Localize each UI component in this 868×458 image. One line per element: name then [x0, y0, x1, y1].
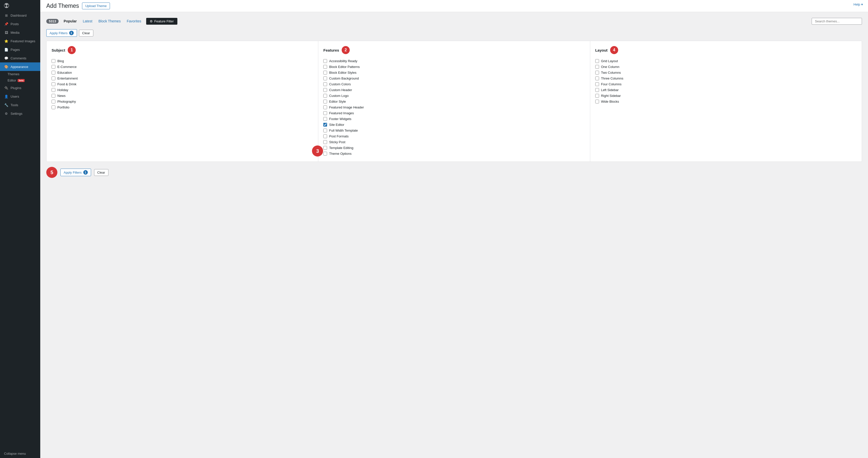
checkbox-two-columns[interactable] [595, 71, 599, 74]
checkbox-blog[interactable] [52, 59, 55, 63]
checkbox-ecommerce[interactable] [52, 65, 55, 69]
checkbox-label-news[interactable]: News [57, 94, 66, 98]
checkbox-photography[interactable] [52, 100, 55, 103]
tab-popular[interactable]: Popular [61, 17, 80, 25]
checkbox-template-editing[interactable] [323, 146, 327, 150]
checkbox-news[interactable] [52, 94, 55, 98]
checkbox-right-sidebar[interactable] [595, 94, 599, 98]
sidebar-item-plugins[interactable]: 🔌 Plugins [0, 84, 40, 92]
checkbox-item-blog: Blog [52, 58, 313, 64]
checkbox-label-left-sidebar[interactable]: Left Sidebar [601, 88, 619, 92]
checkbox-label-blog[interactable]: Blog [57, 59, 64, 63]
sidebar-item-featured-images[interactable]: ⭐ Featured Images [0, 37, 40, 45]
checkbox-editor-style[interactable] [323, 100, 327, 103]
checkbox-label-portfolio[interactable]: Portfolio [57, 105, 69, 109]
checkbox-label-site-editor[interactable]: Site Editor [329, 123, 344, 127]
checkbox-post-formats[interactable] [323, 134, 327, 138]
help-button[interactable]: Help ▾ [854, 2, 863, 6]
checkbox-footer-widgets[interactable] [323, 117, 327, 121]
checkbox-label-custom-colors[interactable]: Custom Colors [329, 82, 351, 86]
feature-filter-button[interactable]: ⚙ Feature Filter [146, 18, 177, 25]
checkbox-label-block-editor-patterns[interactable]: Block Editor Patterns [329, 65, 360, 69]
checkbox-site-editor[interactable] [323, 123, 327, 127]
checkbox-accessibility-ready[interactable] [323, 59, 327, 63]
tab-latest[interactable]: Latest [80, 17, 95, 25]
checkbox-holiday[interactable] [52, 88, 55, 92]
checkbox-label-four-columns[interactable]: Four Columns [601, 82, 622, 86]
checkbox-one-column[interactable] [595, 65, 599, 69]
checkbox-education[interactable] [52, 71, 55, 74]
checkbox-wide-blocks[interactable] [595, 100, 599, 103]
sidebar-item-dashboard[interactable]: ⊞ Dashboard [0, 11, 40, 20]
checkbox-label-editor-style[interactable]: Editor Style [329, 100, 346, 103]
checkbox-label-three-columns[interactable]: Three Columns [601, 77, 623, 80]
checkbox-item-custom-colors: Custom Colors [323, 81, 585, 87]
checkbox-left-sidebar[interactable] [595, 88, 599, 92]
checkbox-label-theme-options[interactable]: Theme Options [329, 152, 351, 155]
checkbox-full-width-template[interactable] [323, 129, 327, 132]
apply-filters-bottom-button[interactable]: Apply Filters 1 [60, 169, 91, 176]
filter-count-bottom: 1 [83, 170, 88, 175]
checkbox-four-columns[interactable] [595, 82, 599, 86]
settings-icon: ⚙ [4, 111, 8, 116]
checkbox-food-drink[interactable] [52, 82, 55, 86]
sidebar-item-posts[interactable]: 📌 Posts [0, 20, 40, 28]
checkbox-custom-colors[interactable] [323, 82, 327, 86]
checkbox-label-template-editing[interactable]: Template Editing [329, 146, 353, 150]
checkbox-portfolio[interactable] [52, 105, 55, 109]
checkbox-entertainment[interactable] [52, 77, 55, 80]
checkbox-label-custom-logo[interactable]: Custom Logo [329, 94, 348, 98]
collapse-menu[interactable]: Collapse menu [0, 449, 40, 458]
checkbox-label-featured-images[interactable]: Featured Images [329, 111, 354, 115]
sidebar-item-settings[interactable]: ⚙ Settings [0, 109, 40, 118]
checkbox-featured-images[interactable] [323, 111, 327, 115]
checkbox-label-block-editor-styles[interactable]: Block Editor Styles [329, 71, 356, 74]
sidebar-item-appearance[interactable]: 🎨 Appearance [0, 62, 40, 71]
sidebar-item-tools[interactable]: 🔧 Tools [0, 101, 40, 109]
clear-bottom-button[interactable]: Clear [94, 169, 108, 176]
clear-top-button[interactable]: Clear [79, 30, 93, 36]
step3-circle: 3 [312, 146, 323, 156]
checkbox-label-sticky-post[interactable]: Sticky Post [329, 140, 345, 144]
checkbox-custom-header[interactable] [323, 88, 327, 92]
checkbox-label-full-width-template[interactable]: Full Width Template [329, 129, 358, 132]
checkbox-label-grid-layout[interactable]: Grid Layout [601, 59, 618, 63]
sidebar-sub-editor[interactable]: Editor beta [0, 77, 40, 84]
checkbox-three-columns[interactable] [595, 77, 599, 80]
sidebar-sub-themes[interactable]: Themes [0, 71, 40, 77]
tab-block-themes[interactable]: Block Themes [95, 17, 124, 25]
checkbox-sticky-post[interactable] [323, 140, 327, 144]
tab-favorites[interactable]: Favorites [124, 17, 145, 25]
checkbox-label-entertainment[interactable]: Entertainment [57, 77, 78, 80]
sidebar-item-comments[interactable]: 💬 Comments [0, 54, 40, 62]
checkbox-label-ecommerce[interactable]: E-Commerce [57, 65, 77, 69]
checkbox-label-holiday[interactable]: Holiday [57, 88, 68, 92]
checkbox-label-right-sidebar[interactable]: Right Sidebar [601, 94, 621, 98]
checkbox-block-editor-styles[interactable] [323, 71, 327, 74]
sidebar-item-media[interactable]: 🖼 Media [0, 28, 40, 37]
checkbox-custom-logo[interactable] [323, 94, 327, 98]
sidebar-item-pages[interactable]: 📄 Pages [0, 45, 40, 54]
sidebar-item-users[interactable]: 👤 Users [0, 92, 40, 101]
upload-theme-button[interactable]: Upload Theme [82, 2, 110, 9]
search-themes-input[interactable] [812, 18, 862, 25]
apply-filters-top-button[interactable]: Apply Filters 1 [46, 29, 77, 37]
checkbox-label-footer-widgets[interactable]: Footer Widgets [329, 117, 351, 121]
layout-checkboxes: Grid LayoutOne ColumnTwo ColumnsThree Co… [595, 58, 857, 104]
checkbox-custom-background[interactable] [323, 77, 327, 80]
checkbox-featured-image-header[interactable] [323, 105, 327, 109]
checkbox-label-custom-background[interactable]: Custom Background [329, 77, 359, 80]
checkbox-label-accessibility-ready[interactable]: Accessibility Ready [329, 59, 357, 63]
checkbox-block-editor-patterns[interactable] [323, 65, 327, 69]
checkbox-label-post-formats[interactable]: Post Formats [329, 134, 348, 138]
checkbox-label-wide-blocks[interactable]: Wide Blocks [601, 100, 619, 103]
checkbox-label-one-column[interactable]: One Column [601, 65, 619, 69]
checkbox-theme-options[interactable] [323, 152, 327, 155]
checkbox-label-education[interactable]: Education [57, 71, 72, 74]
checkbox-label-custom-header[interactable]: Custom Header [329, 88, 352, 92]
checkbox-grid-layout[interactable] [595, 59, 599, 63]
checkbox-label-featured-image-header[interactable]: Featured Image Header [329, 105, 364, 109]
checkbox-label-food-drink[interactable]: Food & Drink [57, 82, 76, 86]
checkbox-label-two-columns[interactable]: Two Columns [601, 71, 621, 74]
checkbox-label-photography[interactable]: Photography [57, 100, 76, 103]
